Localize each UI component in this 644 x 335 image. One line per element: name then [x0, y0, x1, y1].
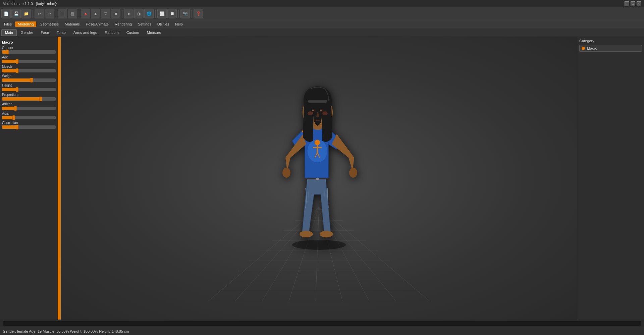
titlebar: MakeHuman 1.1.0 - [lady1.mhm]* ─ □ ✕: [0, 0, 644, 7]
slider-thumb-gender: [6, 50, 9, 54]
open-icon[interactable]: 📁: [21, 9, 31, 18]
slider-fill-height: [2, 88, 17, 91]
slider-fill-caucasian: [2, 125, 17, 129]
tab-gender[interactable]: Gender: [17, 29, 37, 36]
slider-label-weight: Weight: [2, 74, 56, 78]
slider-thumb-caucasian: [16, 125, 18, 129]
view2-icon[interactable]: ▦: [68, 9, 77, 18]
grid-icon[interactable]: 🔲: [167, 9, 177, 18]
shape2-icon[interactable]: ▲: [91, 9, 100, 18]
svg-point-30: [349, 168, 357, 178]
slider-thumb-height: [16, 87, 18, 92]
tabbar: Main Gender Face Torso Arms and legs Ran…: [0, 28, 644, 37]
right-panel: Category Macro: [577, 37, 644, 320]
menu-settings[interactable]: Settings: [135, 21, 154, 27]
slider-label-age: Age: [2, 55, 56, 59]
view1-icon[interactable]: ⬛: [58, 9, 67, 18]
slider-track-weight[interactable]: [2, 78, 56, 82]
tab-random[interactable]: Random: [101, 29, 122, 36]
category-label: Category: [579, 39, 642, 43]
svg-point-18: [292, 240, 346, 250]
svg-point-36: [312, 110, 314, 111]
slider-thumb-muscle: [16, 68, 18, 73]
menubar: Files Modelling Geometries Materials Pos…: [0, 20, 644, 28]
slider-label-height: Height: [2, 83, 56, 87]
menu-utilities[interactable]: Utilities: [155, 21, 172, 27]
slider-thumb-asian: [12, 115, 15, 120]
shape1-icon[interactable]: 🔺: [81, 9, 90, 18]
camera-icon[interactable]: 📷: [180, 9, 190, 18]
half-sphere-icon[interactable]: ◑: [134, 9, 144, 18]
statusbar: [0, 320, 644, 327]
close-button[interactable]: ✕: [637, 1, 641, 6]
slider-thumb-african: [14, 106, 17, 111]
slider-track-proportions[interactable]: [2, 97, 56, 101]
save-icon[interactable]: 💾: [11, 9, 21, 18]
sphere-icon[interactable]: ●: [124, 9, 133, 18]
slider-label-caucasian: Caucasian: [2, 121, 56, 125]
slider-track-caucasian[interactable]: [2, 125, 56, 129]
tab-torso[interactable]: Torso: [53, 29, 69, 36]
slider-label-gender: Gender: [2, 46, 56, 50]
menu-materials[interactable]: Materials: [62, 21, 83, 27]
svg-point-20: [320, 231, 333, 237]
slider-fill-muscle: [2, 69, 17, 72]
new-file-icon[interactable]: 📄: [1, 9, 11, 18]
shape3-icon[interactable]: ▽: [101, 9, 110, 18]
tab-main[interactable]: Main: [1, 29, 17, 36]
shape4-icon[interactable]: ◆: [111, 9, 120, 18]
menu-files[interactable]: Files: [1, 21, 14, 27]
toolbar-sep-1: [33, 10, 33, 18]
svg-point-39: [322, 111, 328, 115]
slider-fill-proportions: [2, 97, 41, 101]
undo-icon[interactable]: ↩: [35, 9, 44, 18]
menu-geometries[interactable]: Geometries: [37, 21, 61, 27]
character: [255, 54, 383, 255]
slider-fill-age: [2, 60, 17, 63]
tab-measure[interactable]: Measure: [143, 29, 165, 36]
svg-point-37: [320, 110, 322, 111]
statusbar-input[interactable]: [3, 321, 641, 326]
slider-track-african[interactable]: [2, 107, 56, 110]
status-text: Gender: female Age: 19 Muscle: 50.00% We…: [3, 329, 129, 333]
main-layout: Macro Gender Age Muscle Weight Height Pr…: [0, 37, 644, 320]
minimize-button[interactable]: ─: [625, 1, 629, 6]
slider-track-muscle[interactable]: [2, 69, 56, 72]
left-panel: Macro Gender Age Muscle Weight Height Pr…: [0, 37, 59, 320]
slider-thumb-age: [16, 59, 18, 64]
slider-label-african: African: [2, 102, 56, 106]
tab-custom[interactable]: Custom: [123, 29, 143, 36]
toolbar-sep-3: [79, 10, 79, 18]
slider-track-gender[interactable]: [2, 50, 56, 54]
toolbar-sep-4: [122, 10, 122, 18]
menu-help[interactable]: Help: [172, 21, 185, 27]
menu-rendering[interactable]: Rendering: [112, 21, 135, 27]
toolbar-sep-2: [56, 10, 56, 18]
category-macro-option[interactable]: Macro: [579, 45, 642, 52]
svg-point-19: [300, 231, 313, 237]
category-macro-label: Macro: [587, 46, 597, 50]
menu-modelling[interactable]: Modelling: [15, 21, 36, 27]
slider-fill-asian: [2, 116, 14, 119]
maximize-button[interactable]: □: [631, 1, 635, 6]
help-icon[interactable]: ❓: [194, 9, 203, 18]
svg-point-38: [308, 111, 313, 115]
box-icon[interactable]: ⬜: [157, 9, 167, 18]
slider-track-age[interactable]: [2, 60, 56, 63]
tab-face[interactable]: Face: [37, 29, 53, 36]
slider-fill-weight: [2, 78, 32, 82]
svg-point-24: [315, 140, 320, 145]
slider-track-asian[interactable]: [2, 116, 56, 119]
toolbar-sep-7: [192, 10, 192, 18]
titlebar-controls: ─ □ ✕: [625, 1, 641, 6]
toolbar-sep-6: [178, 10, 179, 18]
viewport[interactable]: [61, 37, 577, 320]
globe-icon[interactable]: 🌐: [144, 9, 154, 18]
slider-label-asian: Asian: [2, 112, 56, 115]
macro-section-title: Macro: [2, 40, 56, 44]
redo-icon[interactable]: ↪: [45, 9, 54, 18]
tab-arms-and-legs[interactable]: Arms and legs: [70, 29, 101, 36]
slider-label-muscle: Muscle: [2, 65, 56, 68]
menu-pose-animate[interactable]: Pose/Animate: [83, 21, 111, 27]
slider-track-height[interactable]: [2, 88, 56, 91]
